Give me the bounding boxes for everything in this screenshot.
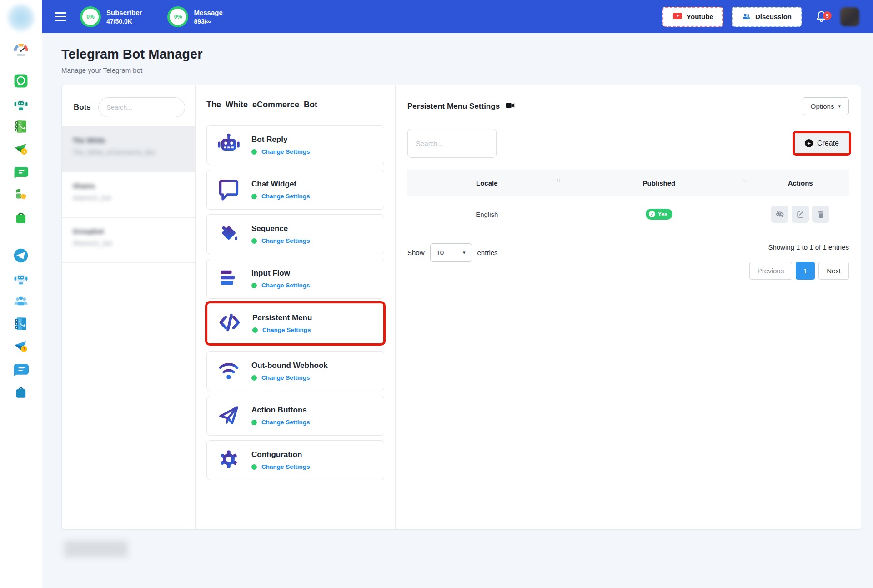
locale-cell: English [407,196,567,232]
entries-per-page-select[interactable]: 10 ▾ [430,243,472,262]
module-card-action-buttons[interactable]: Action Buttons Change Settings [206,396,384,436]
footer-blurred-text [64,541,128,557]
notifications-button[interactable]: 5 [815,10,828,24]
dashboard-gauge-icon[interactable] [13,42,29,58]
video-tutorial-icon[interactable] [505,101,515,112]
module-card-sequence[interactable]: Sequence Change Settings [206,214,384,254]
module-card-input-flow[interactable]: Input Flow Change Settings [206,259,384,299]
column-header-locale[interactable]: Locale ↑↓ [407,170,567,196]
plus-icon: + [805,139,813,147]
change-settings-link[interactable]: Change Settings [261,237,310,244]
published-badge: ✓ Yes [646,209,672,220]
whatsapp-icon[interactable] [13,73,29,89]
module-title: Sequence [251,224,310,233]
status-dot-icon [251,283,257,288]
chevron-down-icon: ▾ [463,250,466,256]
svg-text:1: 1 [23,347,25,352]
telegram-chat-icon[interactable] [13,361,29,377]
subscriber-percent: 0% [86,14,94,20]
whatsapp-integration-icon[interactable] [13,186,29,203]
bot-list-item[interactable]: The White The_White_eCommerce_Bot [62,126,195,172]
whatsapp-contacts-icon[interactable] [13,118,29,135]
menu-toggle-icon[interactable] [55,10,66,23]
change-settings-link[interactable]: Change Settings [261,148,310,155]
telegram-bot-icon[interactable] [13,270,29,286]
whatsapp-bot-icon[interactable] [13,95,29,112]
status-dot-icon [251,464,257,470]
bot-manager-panel: Bots The White The_White_eCommerce_Bot S… [61,85,861,530]
module-title: Configuration [251,450,310,459]
telegram-group-icon[interactable] [13,293,29,309]
edit-button[interactable] [792,206,809,223]
sort-icon[interactable]: ↑↓ [742,177,745,183]
eye-slash-icon [775,210,784,219]
previous-page-button[interactable]: Previous [749,262,792,280]
module-title: Persistent Menu [252,313,312,322]
telegram-contacts-icon[interactable] [13,316,29,332]
create-button-annotation: + Create [795,133,849,153]
youtube-icon [672,11,682,22]
youtube-button[interactable]: Youtube [662,7,723,27]
module-card-persistent-menu[interactable]: Persistent Menu Change Settings [207,303,383,343]
bot-name: The White [73,136,184,144]
notification-count-badge: 5 [823,11,832,20]
status-dot-icon [251,238,257,244]
selected-bot-title: The_White_eCommerce_Bot [206,100,384,110]
whatsapp-broadcast-icon[interactable]: 1 [13,141,29,157]
table-row: English ✓ Yes [407,196,849,232]
module-card-outbound-webhook[interactable]: Out-bound Webhook Change Settings [206,351,384,391]
paint-bucket-icon [217,221,241,247]
discussion-button[interactable]: Discussion [732,7,802,27]
whatsapp-shop-icon[interactable] [13,209,29,226]
module-card-bot-reply[interactable]: Bot Reply Change Settings [206,125,384,165]
status-dot-icon [252,327,258,333]
app-sidebar: 1 [0,0,42,588]
next-page-button[interactable]: Next [818,262,849,280]
bot-username: shams21_bot [73,194,184,201]
bot-list-item[interactable]: Shams shams21_bot [62,172,195,217]
options-button[interactable]: Options ▾ [803,97,849,115]
discussion-people-icon [742,11,751,22]
change-settings-link[interactable]: Change Settings [261,419,310,426]
code-icon [218,311,241,336]
change-settings-link[interactable]: Change Settings [261,374,310,381]
telegram-shop-icon[interactable] [13,384,29,400]
change-settings-link[interactable]: Change Settings [261,463,310,470]
chat-bubble-icon [217,177,241,202]
telegram-broadcast-icon[interactable]: 1 [13,338,29,355]
persistent-menu-settings-panel: Persistent Menu Settings Options ▾ [396,85,861,529]
sort-icon[interactable]: ↑↓ [557,177,560,183]
message-value: 893/∞ [194,17,222,25]
message-percent: 0% [174,14,182,20]
bots-panel-title: Bots [74,103,91,112]
status-dot-icon [251,375,257,381]
create-button[interactable]: + Create [795,133,849,153]
subscriber-label: Subscriber [106,8,142,17]
app-logo [7,4,35,32]
bot-name: Shams [73,182,184,190]
module-card-chat-widget[interactable]: Chat Widget Change Settings [206,170,384,210]
column-header-published[interactable]: Published ↑↓ [567,170,752,196]
status-dot-icon [251,194,257,199]
change-settings-link[interactable]: Change Settings [261,282,310,289]
entries-label: entries [477,249,498,256]
wifi-icon [217,358,241,384]
telegram-icon[interactable] [13,247,29,264]
trash-icon [817,210,825,219]
whatsapp-chat-icon[interactable] [13,164,29,180]
user-avatar[interactable] [840,7,859,26]
status-dot-icon [251,420,257,425]
change-settings-link[interactable]: Change Settings [262,327,311,333]
delete-button[interactable] [812,206,829,223]
bots-search-input[interactable] [98,97,185,117]
status-dot-icon [251,149,257,155]
change-settings-link[interactable]: Change Settings [261,193,310,200]
youtube-label: Youtube [687,13,713,20]
module-title: Action Buttons [251,406,310,415]
page-number-button[interactable]: 1 [796,262,815,280]
module-card-configuration[interactable]: Configuration Change Settings [206,440,384,480]
bot-list-item[interactable]: Groupbot Shams21_bot [62,217,195,263]
module-title: Out-bound Webhook [251,361,328,370]
menu-search-input[interactable] [407,129,497,158]
hide-button[interactable] [771,206,788,223]
